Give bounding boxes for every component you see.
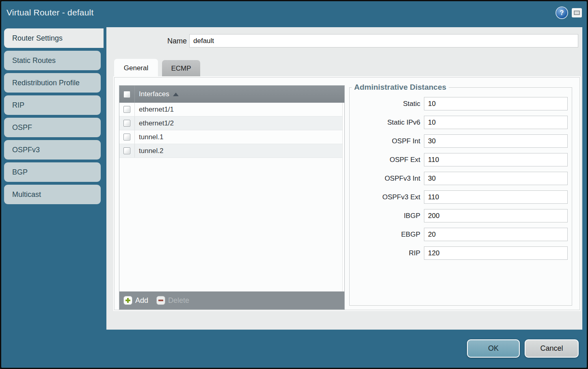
interface-name: tunnel.1 (139, 133, 164, 141)
interfaces-row-area: ethernet1/1 ethernet1/2 tunnel.1 tunnel.… (119, 103, 344, 291)
select-all-checkbox[interactable] (123, 91, 130, 98)
field-row: OSPFv3 Ext (354, 190, 568, 204)
header-checkbox-cell (119, 86, 135, 103)
sidebar-item-ospfv3[interactable]: OSPFv3 (4, 140, 101, 160)
row-checkbox[interactable] (123, 106, 130, 113)
field-row: IBGP (354, 209, 568, 222)
add-button-label: Add (135, 296, 148, 305)
static-ipv6-input[interactable] (424, 116, 568, 129)
titlebar-icons: ? (556, 7, 582, 18)
row-checkbox[interactable] (123, 120, 130, 127)
delete-button-label: Delete (168, 296, 189, 305)
help-icon[interactable]: ? (556, 7, 567, 18)
sidebar-item-static-routes[interactable]: Static Routes (4, 51, 101, 70)
ospfv3-ext-input[interactable] (424, 190, 568, 204)
table-row[interactable]: ethernet1/1 (119, 103, 344, 117)
name-input[interactable] (189, 34, 578, 47)
row-checkbox-cell (119, 144, 135, 158)
static-label: Static (354, 100, 424, 108)
ospf-int-input[interactable] (424, 134, 568, 148)
sidebar-item-multicast[interactable]: Multicast (4, 185, 101, 204)
ebgp-input[interactable] (424, 228, 568, 241)
general-tab-panel: Interfaces ethernet1/1 ethernet1/2 tunne (114, 77, 580, 310)
plus-icon (123, 296, 132, 305)
sidebar-item-bgp[interactable]: BGP (4, 162, 101, 182)
ospf-int-label: OSPF Int (354, 137, 424, 145)
ospfv3-ext-label: OSPFv3 Ext (354, 193, 424, 201)
row-checkbox[interactable] (123, 147, 130, 154)
field-row: OSPF Ext (354, 153, 568, 166)
ok-button[interactable]: OK (467, 339, 520, 358)
help-icon-glyph: ? (560, 9, 564, 17)
ospfv3-int-label: OSPFv3 Int (354, 175, 424, 183)
sidebar-item-redistribution-profile[interactable]: Redistribution Profile (4, 73, 101, 93)
field-row: Static (354, 97, 568, 110)
interfaces-column-header[interactable]: Interfaces (119, 86, 344, 103)
interface-name: tunnel.2 (139, 147, 164, 155)
field-row: OSPF Int (354, 134, 568, 148)
restore-window-icon-inner (574, 11, 580, 15)
delete-button[interactable]: Delete (156, 296, 189, 305)
sidebar: Router Settings Static Routes Redistribu… (3, 28, 108, 207)
interface-name: ethernet1/1 (139, 106, 174, 114)
table-row[interactable]: tunnel.2 (119, 144, 344, 158)
row-checkbox-cell (119, 130, 135, 144)
ibgp-label: IBGP (354, 212, 424, 220)
table-scrollbar[interactable] (342, 103, 344, 291)
restore-window-icon[interactable] (572, 8, 582, 17)
interface-name: ethernet1/2 (139, 119, 174, 127)
content-area: Name General ECMP Interfaces ethernet1/1 (106, 27, 582, 330)
table-row[interactable]: ethernet1/2 (119, 117, 344, 130)
static-input[interactable] (424, 97, 568, 110)
sidebar-item-ospf[interactable]: OSPF (4, 118, 101, 137)
table-row[interactable]: tunnel.1 (119, 130, 344, 144)
static-ipv6-label: Static IPv6 (354, 119, 424, 127)
row-checkbox[interactable] (123, 134, 130, 140)
tab-ecmp[interactable]: ECMP (162, 60, 200, 77)
ospf-ext-input[interactable] (424, 153, 568, 166)
tab-general[interactable]: General (114, 59, 158, 77)
administrative-distances-group: Administrative Distances Static Static I… (349, 83, 572, 306)
ibgp-input[interactable] (424, 209, 568, 222)
rip-input[interactable] (424, 246, 568, 260)
interfaces-table: Interfaces ethernet1/1 ethernet1/2 tunne (119, 85, 345, 310)
field-row: RIP (354, 246, 568, 260)
field-row: OSPFv3 Int (354, 172, 568, 185)
dialog-title: Virtual Router - default (6, 8, 94, 17)
sort-ascending-icon (173, 93, 179, 96)
interfaces-header-label: Interfaces (139, 90, 169, 98)
name-label: Name (155, 37, 187, 45)
cancel-button[interactable]: Cancel (525, 339, 579, 358)
dialog-titlebar: Virtual Router - default ? (1, 1, 587, 27)
rip-label: RIP (354, 249, 424, 257)
interfaces-table-toolbar: Add Delete (119, 291, 344, 309)
ebgp-label: EBGP (354, 231, 424, 239)
field-row: Static IPv6 (354, 116, 568, 129)
sidebar-item-router-settings[interactable]: Router Settings (4, 28, 104, 48)
minus-icon (156, 296, 165, 305)
administrative-distances-rows: Static Static IPv6 OSPF Int OSPF Ext (350, 92, 572, 260)
row-checkbox-cell (119, 117, 135, 130)
add-button[interactable]: Add (123, 296, 148, 305)
ospfv3-int-input[interactable] (424, 172, 568, 185)
field-row: EBGP (354, 228, 568, 241)
sidebar-item-rip[interactable]: RIP (4, 95, 101, 115)
administrative-distances-legend: Administrative Distances (352, 83, 449, 92)
row-checkbox-cell (119, 103, 135, 116)
ospf-ext-label: OSPF Ext (354, 156, 424, 164)
virtual-router-dialog: Virtual Router - default ? Router Settin… (0, 0, 588, 369)
